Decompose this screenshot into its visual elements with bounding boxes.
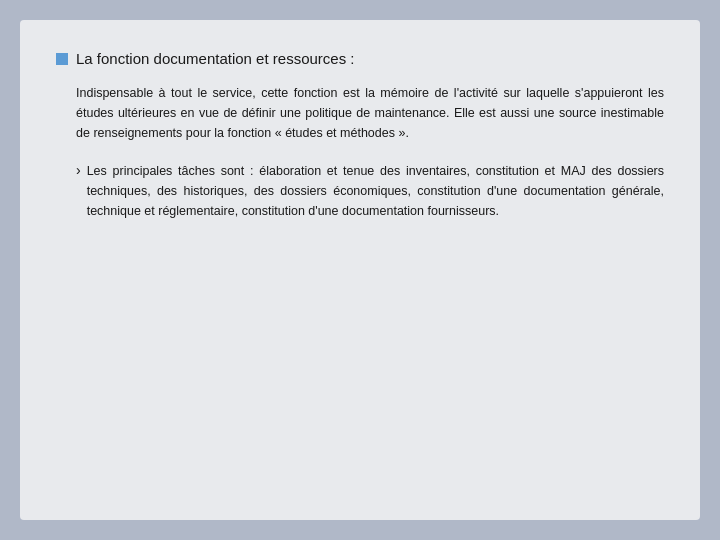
bullet-item-1: › Les principales tâches sont : élaborat…: [76, 161, 664, 221]
slide-container: La fonction documentation et ressources …: [20, 20, 700, 520]
bullet-text-1: Les principales tâches sont : élaboratio…: [87, 161, 664, 221]
header-row: La fonction documentation et ressources …: [56, 50, 664, 67]
arrow-icon: ›: [76, 162, 81, 178]
slide-title: La fonction documentation et ressources …: [76, 50, 355, 67]
paragraph-1: Indispensable à tout le service, cette f…: [76, 83, 664, 143]
bullet-square-icon: [56, 53, 68, 65]
content-area: Indispensable à tout le service, cette f…: [56, 83, 664, 221]
